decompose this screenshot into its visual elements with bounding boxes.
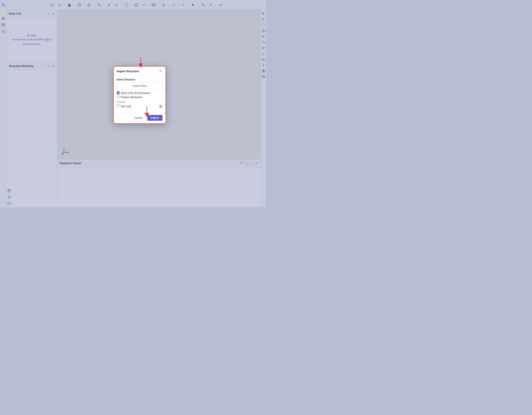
replace-workspace-radio[interactable] <box>117 96 120 98</box>
arrow-import <box>143 107 150 117</box>
show-3d-checkbox[interactable] <box>117 91 120 94</box>
show-3d-label[interactable]: Show in the 3D Workspace <box>121 92 150 94</box>
remove-file-button[interactable]: ✕ <box>159 105 162 108</box>
show-3d-row: Show in the 3D Workspace <box>117 91 162 94</box>
selected-file-row: 7B2U.pdb ✕ <box>117 104 162 108</box>
replace-workspace-label[interactable]: Replace Workspace <box>121 96 142 98</box>
replace-workspace-row: Replace Workspace <box>117 96 162 98</box>
cancel-button[interactable]: Cancel <box>131 115 145 121</box>
selected-label: Selected <box>117 101 162 103</box>
modal-title: Import Structure <box>117 70 139 73</box>
selected-file-info: 7B2U.pdb <box>117 104 131 108</box>
arrow-select-files <box>137 57 144 68</box>
select-structure-label: Select Structure <box>117 78 162 81</box>
select-files-button[interactable]: Select Files <box>117 83 162 89</box>
modal-body: Select Structure Select Files Show in th… <box>114 76 166 113</box>
file-icon <box>117 104 119 108</box>
import-structure-modal: Import Structure ✕ Select Structure Sele… <box>113 66 166 124</box>
modal-close-button[interactable]: ✕ <box>159 69 162 73</box>
selected-file-name: 7B2U.pdb <box>120 105 131 108</box>
modal-overlay: Import Structure ✕ Select Structure Sele… <box>0 0 266 208</box>
modal-header: Import Structure ✕ <box>114 67 166 76</box>
modal-footer: Cancel Import <box>114 113 166 123</box>
